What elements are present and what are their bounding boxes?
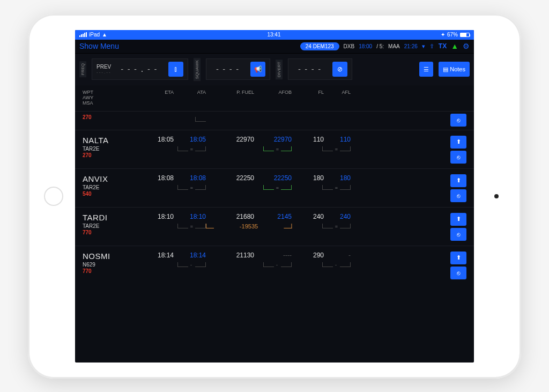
divert-action-button[interactable]: ⊘: [332, 62, 347, 77]
wpt-name: ANVIX: [83, 174, 142, 183]
afl-value: 110: [340, 136, 351, 143]
ata-value: 18:14: [190, 252, 206, 259]
afl-value: -: [348, 252, 351, 259]
ata-value: 18:05: [190, 136, 206, 143]
squawk-card[interactable]: ---- 📢: [206, 58, 270, 80]
fl-value: 290: [313, 252, 324, 259]
afl-value: 240: [340, 213, 351, 220]
share-button[interactable]: ⎋: [450, 267, 466, 279]
compass-icon: ⊘: [337, 65, 343, 73]
col-afl: AFL: [324, 90, 351, 95]
rocket-icon: ⬆: [456, 216, 461, 223]
pfuel-value: 21130: [236, 252, 254, 259]
msa-value: 770: [83, 230, 142, 235]
wifi-icon: ▲: [102, 32, 107, 38]
share-button[interactable]: ⎋: [450, 151, 466, 164]
afob-value: 2145: [277, 213, 292, 220]
pfuel-value: 22970: [236, 136, 254, 143]
eta-value: 18:10: [158, 213, 174, 220]
msa-value: 270: [83, 152, 142, 158]
waypoint-row[interactable]: NALTA TAR2E 270 18:05 18:05 = 22970 2297…: [75, 130, 474, 168]
tablet-frame: iPad▲ 13:41 ✦67% Show Menu 24 DEM123 DXB…: [28, 14, 521, 379]
col-msa: MSA: [83, 100, 142, 106]
msa-value: 270: [83, 114, 142, 120]
megaphone-icon: 📢: [254, 65, 262, 73]
awy-value: TAR2E: [83, 146, 142, 152]
freq-card[interactable]: PREV---.-- ---.-- ⫿: [92, 58, 188, 80]
show-menu-link[interactable]: Show Menu: [79, 42, 119, 50]
wifi-strength-icon: ▲: [451, 42, 458, 50]
freq-value: ---.--: [116, 65, 164, 73]
eta-value: 18:08: [158, 174, 174, 182]
divert-tab[interactable]: DIVERT: [276, 60, 283, 79]
share-button[interactable]: ⎋: [450, 189, 466, 202]
share-button[interactable]: ⎋: [450, 114, 466, 127]
afob-value: 22970: [274, 136, 292, 143]
link-icon[interactable]: ⇪: [429, 43, 434, 50]
squawk-action-button[interactable]: 📢: [250, 62, 265, 77]
afl-value: 180: [340, 174, 351, 182]
list-icon: ☰: [424, 66, 429, 73]
dep-time: 18:00: [359, 43, 372, 49]
waypoint-row[interactable]: NOSMI N629 770 18:14 18:14 - 21130 ---- …: [75, 246, 474, 284]
signal-icon: [79, 32, 87, 37]
col-ata: ATA: [174, 90, 206, 95]
carrier-label: iPad: [89, 32, 100, 38]
status-time: 13:41: [107, 32, 441, 38]
arr-time: 21:26: [404, 43, 418, 49]
squawk-value: ----: [211, 65, 246, 73]
table-header: WPT AWY MSA ETA ATA P. FUEL AFOB FL AFL: [75, 85, 474, 111]
rocket-button[interactable]: ⬆: [450, 213, 466, 226]
afob-value: 22250: [274, 174, 292, 182]
rocket-button[interactable]: ⬆: [450, 252, 466, 264]
bluetooth-icon: ✦: [441, 32, 445, 38]
fl-value: 180: [313, 174, 324, 182]
waypoint-row[interactable]: TARDI TAR2E 770 18:10 18:10 = 21680 2145…: [75, 207, 474, 246]
battery-icon: [460, 33, 470, 37]
col-pfuel: P. FUEL: [206, 90, 254, 95]
ata-value: 18:10: [190, 213, 206, 220]
msa-value: 540: [83, 191, 142, 197]
share-icon: ⎋: [457, 270, 461, 276]
ios-status-bar: iPad▲ 13:41 ✦67%: [75, 30, 474, 40]
col-afob: AFOB: [254, 90, 292, 95]
settings-gear-icon[interactable]: ⚙: [463, 42, 470, 50]
waypoint-row[interactable]: ANVIX TAR2E 540 18:08 18:08 = 22250 2225…: [75, 168, 474, 207]
freq-tab[interactable]: FREQ: [79, 61, 86, 77]
freq-action-button[interactable]: ⫿: [168, 62, 183, 77]
rocket-button[interactable]: ⬆: [450, 136, 466, 149]
tx-indicator: TX: [439, 42, 447, 50]
squawk-tab[interactable]: SQUAWK: [194, 58, 201, 81]
eta-value: 18:14: [158, 252, 174, 259]
afob-value: ----: [283, 252, 292, 259]
divert-card[interactable]: ---- ⊘: [288, 58, 352, 80]
msa-value: 770: [83, 268, 142, 274]
notes-button[interactable]: ▤ Notes: [439, 62, 470, 77]
share-icon: ⎋: [457, 231, 461, 238]
fl-value: 110: [313, 136, 324, 143]
waypoint-list[interactable]: 270 ⎋ NALTA TAR2E 270 18:05 18:05 = 2297…: [75, 111, 474, 363]
home-button[interactable]: [44, 187, 63, 206]
rocket-icon: ⬆: [456, 177, 461, 184]
dep-code: DXB: [344, 43, 355, 49]
rocket-icon: ⬆: [456, 138, 461, 145]
rocket-button[interactable]: ⬆: [450, 174, 466, 187]
divert-value: ----: [293, 65, 328, 73]
flight-badge[interactable]: 24 DEM123: [300, 42, 339, 50]
rocket-icon: ⬆: [456, 254, 461, 261]
share-icon: ⎋: [457, 117, 461, 123]
waypoint-row[interactable]: 270 ⎋: [75, 111, 474, 130]
control-bar: FREQ PREV---.-- ---.-- ⫿ SQUAWK ---- 📢 D…: [75, 54, 474, 85]
notes-label: Notes: [450, 66, 465, 72]
col-wpt: WPT: [83, 90, 142, 95]
eta-value: 18:05: [158, 136, 174, 143]
app-header: Show Menu 24 DEM123 DXB 18:00 / 5: MAA 2…: [75, 40, 474, 54]
share-button[interactable]: ⎋: [450, 228, 466, 241]
awy-value: TAR2E: [83, 223, 142, 229]
chevron-down-icon[interactable]: ▾: [422, 43, 425, 50]
wpt-name: TARDI: [83, 213, 142, 222]
list-button[interactable]: ☰: [419, 62, 433, 77]
battery-pct: 67%: [447, 32, 458, 38]
bars-icon: ⫿: [174, 65, 177, 73]
notes-icon: ▤: [443, 66, 448, 73]
